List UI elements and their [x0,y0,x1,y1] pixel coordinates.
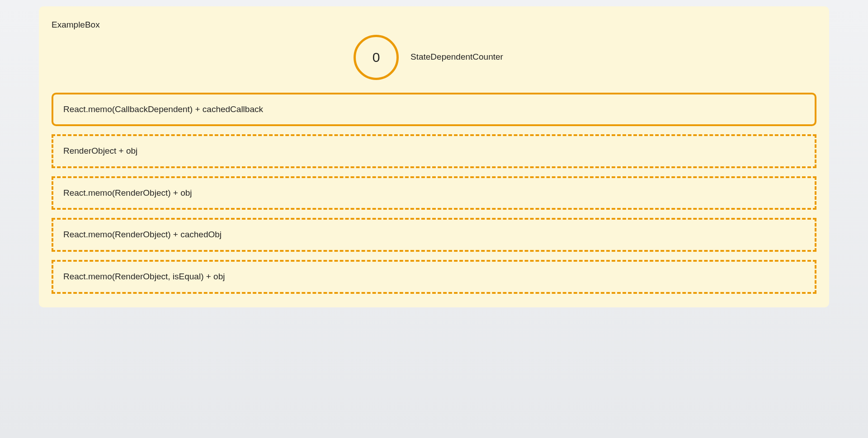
counter-label: StateDependentCounter [410,51,514,63]
counter-row: 0 StateDependentCounter [52,35,816,80]
counter-circle[interactable]: 0 [354,35,399,80]
render-row: RenderObject + obj [52,134,816,168]
render-row: React.memo(RenderObject, isEqual) + obj [52,260,816,294]
example-box: ExampleBox 0 StateDependentCounter React… [39,6,829,307]
render-row-list: React.memo(CallbackDependent) + cachedCa… [52,93,816,294]
render-row: React.memo(RenderObject) + obj [52,176,816,210]
example-box-title: ExampleBox [52,19,816,31]
render-row: React.memo(CallbackDependent) + cachedCa… [52,93,816,127]
render-row: React.memo(RenderObject) + cachedObj [52,218,816,252]
counter-value: 0 [373,48,380,67]
